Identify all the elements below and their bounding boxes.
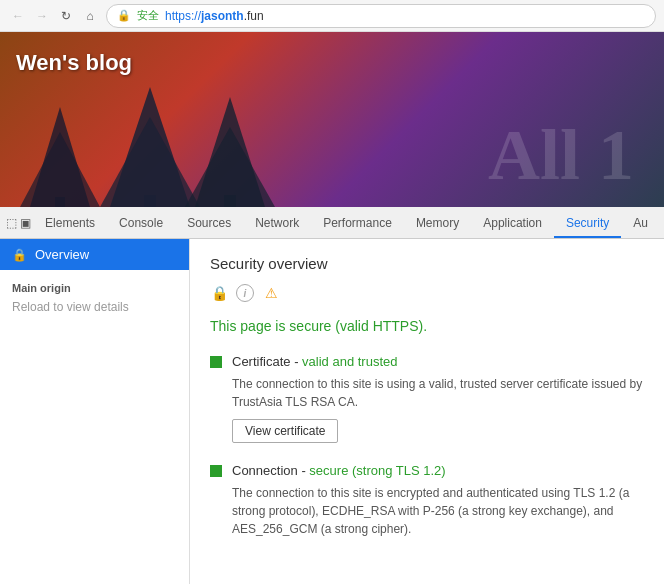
certificate-header: Certificate - valid and trusted bbox=[210, 354, 644, 369]
security-label: 安全 bbox=[137, 8, 159, 23]
tab-performance[interactable]: Performance bbox=[311, 210, 404, 238]
url-bar[interactable]: 🔒 安全 https://jasonth.fun bbox=[106, 4, 656, 28]
svg-rect-2 bbox=[55, 197, 65, 207]
view-certificate-button[interactable]: View certificate bbox=[232, 419, 338, 443]
tab-application[interactable]: Application bbox=[471, 210, 554, 238]
info-icon: i bbox=[236, 284, 254, 302]
tab-elements[interactable]: Elements bbox=[33, 210, 107, 238]
tab-console[interactable]: Console bbox=[107, 210, 175, 238]
svg-marker-4 bbox=[100, 117, 200, 207]
url-domain: jasonth bbox=[201, 9, 244, 23]
tree-decoration bbox=[0, 87, 664, 207]
blog-title: Wen's blog bbox=[0, 32, 664, 94]
connection-desc: The connection to this site is encrypted… bbox=[232, 484, 644, 538]
sidebar-reload-text: Reload to view details bbox=[0, 298, 189, 322]
url-suffix: .fun bbox=[244, 9, 264, 23]
connection-label: Connection bbox=[232, 463, 298, 478]
sidebar-overview-label: Overview bbox=[35, 247, 89, 262]
sidebar-lock-icon: 🔒 bbox=[12, 248, 27, 262]
home-button[interactable]: ⌂ bbox=[80, 6, 100, 26]
tab-network[interactable]: Network bbox=[243, 210, 311, 238]
tab-memory[interactable]: Memory bbox=[404, 210, 471, 238]
svg-rect-8 bbox=[224, 195, 236, 207]
connection-green-square bbox=[210, 465, 222, 477]
website-preview: Wen's blog All 1 bbox=[0, 32, 664, 207]
connection-value: secure (strong TLS 1.2) bbox=[309, 463, 445, 478]
certificate-value: valid and trusted bbox=[302, 354, 397, 369]
forward-button[interactable]: → bbox=[32, 6, 52, 26]
address-bar: ← → ↻ ⌂ 🔒 安全 https://jasonth.fun bbox=[0, 0, 664, 32]
tab-security[interactable]: Security bbox=[554, 210, 621, 238]
sidebar: 🔒 Overview Main origin Reload to view de… bbox=[0, 239, 190, 584]
svg-marker-1 bbox=[20, 132, 100, 207]
security-main-content: Security overview 🔒 i ⚠ This page is sec… bbox=[190, 239, 664, 584]
certificate-block: Certificate - valid and trusted The conn… bbox=[210, 354, 644, 443]
status-icons-row: 🔒 i ⚠ bbox=[210, 284, 644, 302]
green-lock-icon: 🔒 bbox=[210, 284, 228, 302]
url-display: https://jasonth.fun bbox=[165, 9, 264, 23]
sidebar-overview-item[interactable]: 🔒 Overview bbox=[0, 239, 189, 270]
tab-au[interactable]: Au bbox=[621, 210, 660, 238]
cursor-icon[interactable]: ⬚ bbox=[4, 208, 19, 238]
reload-button[interactable]: ↻ bbox=[56, 6, 76, 26]
connection-title: Connection - secure (strong TLS 1.2) bbox=[232, 463, 446, 478]
devtools-panel: ⬚ ▣ Elements Console Sources Network Per… bbox=[0, 207, 664, 584]
connection-block: Connection - secure (strong TLS 1.2) The… bbox=[210, 463, 644, 538]
tab-sources[interactable]: Sources bbox=[175, 210, 243, 238]
back-button[interactable]: ← bbox=[8, 6, 28, 26]
nav-buttons: ← → ↻ ⌂ bbox=[8, 6, 100, 26]
svg-rect-5 bbox=[144, 195, 156, 207]
certificate-label: Certificate bbox=[232, 354, 291, 369]
sidebar-section-title: Main origin bbox=[0, 270, 189, 298]
certificate-title: Certificate - valid and trusted bbox=[232, 354, 398, 369]
devtools-body: 🔒 Overview Main origin Reload to view de… bbox=[0, 239, 664, 584]
devtools-tabs: ⬚ ▣ Elements Console Sources Network Per… bbox=[0, 207, 664, 239]
certificate-dash: - bbox=[294, 354, 302, 369]
lock-icon: 🔒 bbox=[117, 9, 131, 22]
section-title: Security overview bbox=[210, 255, 644, 272]
warning-icon: ⚠ bbox=[262, 284, 280, 302]
secure-message: This page is secure (valid HTTPS). bbox=[210, 318, 644, 334]
device-icon[interactable]: ▣ bbox=[19, 208, 34, 238]
green-square-icon bbox=[210, 356, 222, 368]
connection-header: Connection - secure (strong TLS 1.2) bbox=[210, 463, 644, 478]
certificate-desc: The connection to this site is using a v… bbox=[232, 375, 644, 411]
